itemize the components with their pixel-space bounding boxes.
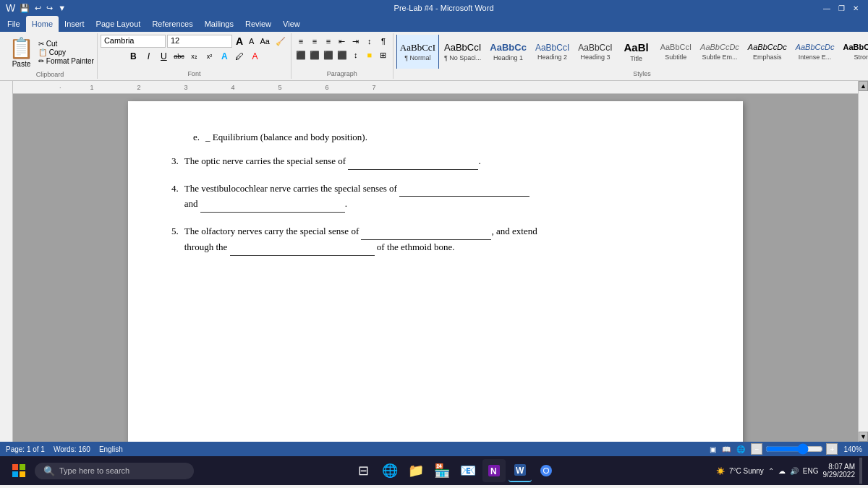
save-qa-button[interactable]: 💾 [18, 4, 31, 13]
underline-button[interactable]: U [156, 49, 171, 64]
word-taskbar-button[interactable]: W [509, 459, 532, 482]
item-number-5: 5. [171, 224, 179, 256]
document-page[interactable]: e. _ Equilibrium (balance and body posit… [128, 101, 743, 442]
style-no-spacing[interactable]: AaBbCcI ¶ No Spaci... [441, 35, 485, 69]
increase-indent-button[interactable]: ⇥ [349, 35, 362, 48]
bullets-button[interactable]: ≡ [294, 35, 307, 48]
style-heading3-label: Heading 3 [580, 53, 610, 61]
zoom-in-button[interactable]: + [826, 443, 838, 455]
store-button[interactable]: 🏪 [430, 459, 454, 482]
language-indicator[interactable]: English [99, 445, 123, 453]
font-name-input[interactable]: Cambria [101, 35, 166, 48]
view-web-icon[interactable]: 🌐 [736, 445, 745, 453]
tab-home[interactable]: Home [26, 16, 59, 32]
chrome-button[interactable] [535, 459, 558, 482]
taskbar-search-bar[interactable]: 🔍 Type here to search [35, 463, 194, 479]
copy-button[interactable]: 📋 Copy [38, 48, 94, 56]
superscript-button[interactable]: x² [202, 49, 216, 64]
tab-page-layout[interactable]: Page Layout [90, 16, 147, 32]
shrink-font-button[interactable]: A [247, 35, 256, 48]
numbering-button[interactable]: ≡ [308, 35, 321, 48]
tab-review[interactable]: Review [239, 16, 277, 32]
multilevel-button[interactable]: ≡ [322, 35, 335, 48]
align-right-button[interactable]: ⬛ [322, 48, 335, 61]
task-view-button[interactable]: ⊟ [352, 459, 375, 482]
sort-button[interactable]: ↕ [363, 35, 376, 48]
grow-font-button[interactable]: A [234, 35, 245, 48]
clock: 8:07 AM 9/29/2022 [823, 463, 856, 479]
network-icon: ⌃ [768, 467, 774, 475]
subscript-button[interactable]: x₂ [187, 49, 201, 64]
style-subtle-em[interactable]: AaBbCcDc Subtle Em... [697, 35, 743, 69]
bold-button[interactable]: B [126, 49, 140, 64]
cut-button[interactable]: ✂ Cut [38, 40, 94, 48]
align-left-button[interactable]: ⬛ [294, 48, 307, 61]
status-bar: Page: 1 of 1 Words: 160 English ▣ 📖 🌐 − … [0, 442, 868, 456]
onenote-button[interactable]: N [482, 459, 506, 482]
tab-insert[interactable]: Insert [59, 16, 90, 32]
italic-button[interactable]: I [141, 49, 156, 64]
zoom-slider[interactable] [765, 445, 823, 453]
blank-4a [399, 181, 529, 197]
change-case-button[interactable]: Aa [258, 35, 271, 48]
close-button[interactable]: ✕ [849, 2, 862, 14]
clear-format-button[interactable]: 🧹 [273, 35, 288, 48]
search-placeholder[interactable]: Type here to search [59, 466, 129, 475]
left-ruler [0, 81, 13, 442]
style-emphasis-label: Emphasis [753, 53, 782, 61]
style-strong[interactable]: AaBbCcDc Strong [839, 35, 868, 69]
format-painter-button[interactable]: ✏ Format Painter [38, 57, 94, 65]
borders-button[interactable]: ⊞ [377, 48, 390, 61]
mail-button[interactable]: 📧 [456, 459, 480, 482]
paste-label: Paste [12, 60, 31, 68]
style-normal[interactable]: AaBbCcI ¶ Normal [396, 35, 439, 69]
scroll-up-button[interactable]: ▲ [859, 81, 868, 91]
tab-references[interactable]: References [146, 16, 198, 32]
maximize-button[interactable]: ❐ [835, 2, 848, 14]
font-size-input[interactable]: 12 [167, 35, 232, 48]
undo-qa-button[interactable]: ↩ [33, 4, 43, 13]
tab-file[interactable]: File [1, 16, 26, 32]
style-heading3[interactable]: AaBbCcI Heading 3 [574, 35, 616, 69]
show-desktop-button[interactable] [859, 458, 862, 484]
style-heading1[interactable]: AaBbCc Heading 1 [486, 35, 530, 69]
language-display[interactable]: ENG [803, 467, 819, 475]
edge-button[interactable]: 🌐 [378, 459, 401, 482]
style-subtitle-label: Subtitle [665, 53, 686, 61]
explorer-button[interactable]: 📁 [404, 459, 427, 482]
tab-mailings[interactable]: Mailings [199, 16, 239, 32]
style-heading2[interactable]: AaBbCcI Heading 2 [532, 35, 573, 69]
zoom-out-button[interactable]: − [751, 443, 762, 455]
shading-button[interactable]: ■ [363, 48, 376, 61]
justify-button[interactable]: ⬛ [336, 48, 349, 61]
strikethrough-button[interactable]: abc [171, 49, 186, 64]
decrease-indent-button[interactable]: ⇤ [336, 35, 349, 48]
style-strong-label: Strong [854, 53, 868, 61]
ribbon-group-styles: AaBbCcI ¶ Normal AaBbCcI ¶ No Spaci... A… [393, 33, 868, 79]
align-center-button[interactable]: ⬛ [308, 48, 321, 61]
start-button[interactable] [6, 458, 32, 484]
right-scrollbar[interactable]: ▲ ▼ [858, 81, 868, 442]
text-effects-button[interactable]: A [217, 49, 231, 64]
redo-qa-button[interactable]: ↪ [45, 4, 54, 13]
document-area: · 1 2 3 4 5 6 7 e. _ Equilibrium (balanc… [0, 81, 868, 442]
view-normal-icon[interactable]: ▣ [710, 445, 716, 453]
style-title[interactable]: AaBl Title [618, 35, 655, 69]
zoom-level[interactable]: 140% [843, 445, 862, 453]
style-subtitle[interactable]: AaBbCcI Subtitle [657, 35, 695, 69]
view-reading-icon[interactable]: 📖 [722, 445, 731, 453]
style-emphasis[interactable]: AaBbCcDc Emphasis [744, 35, 791, 69]
highlight-button[interactable]: 🖊 [232, 49, 247, 64]
tab-view[interactable]: View [277, 16, 306, 32]
page-container[interactable]: e. _ Equilibrium (balance and body posit… [13, 94, 858, 442]
line-spacing-button[interactable]: ↕ [349, 48, 362, 61]
minimize-button[interactable]: — [820, 2, 833, 14]
show-marks-button[interactable]: ¶ [377, 35, 390, 48]
paste-button[interactable]: 📋 Paste [6, 35, 37, 69]
scroll-down-button[interactable]: ▼ [859, 432, 868, 442]
font-color-button[interactable]: A [247, 49, 262, 64]
customize-qa-button[interactable]: ▼ [56, 4, 67, 12]
taskbar-right: ☀️ 7°C Sunny ⌃ ☁ 🔊 ENG 8:07 AM 9/29/2022 [716, 458, 862, 484]
style-intense-em[interactable]: AaBbCcDc Intense E... [792, 35, 838, 69]
speaker-icon[interactable]: 🔊 [790, 467, 799, 475]
